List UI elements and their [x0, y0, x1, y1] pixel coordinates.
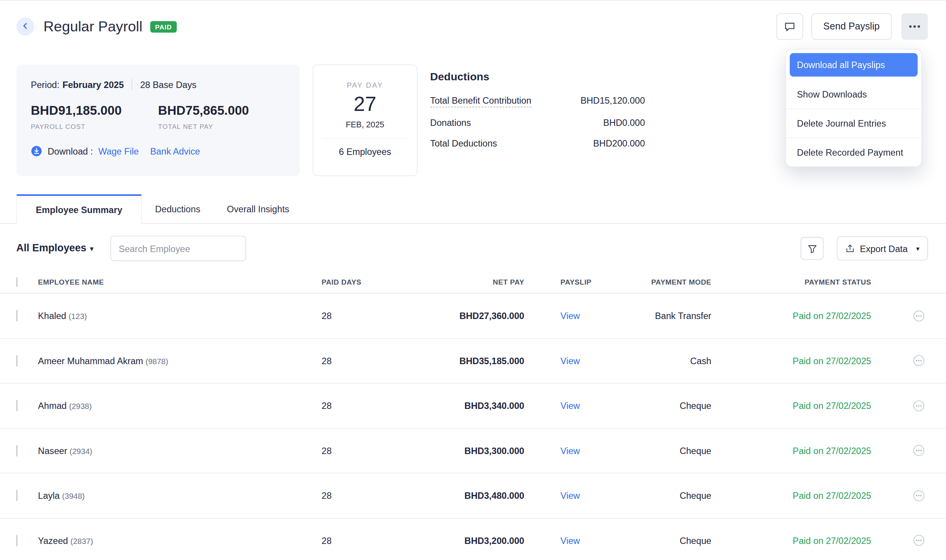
payment-status: Paid on 27/02/2025 — [711, 356, 871, 366]
total-net-pay-label: TOTAL NET PAY — [158, 123, 285, 130]
table-row: Khaled(123) 28 BHD27,360.000 View Bank T… — [0, 294, 946, 339]
payment-mode: Bank Transfer — [627, 311, 711, 321]
view-payslip-link[interactable]: View — [561, 490, 580, 501]
benefit-contribution-label[interactable]: Total Benefit Contribution — [430, 95, 531, 107]
tab-overall-insights[interactable]: Overall Insights — [214, 194, 302, 223]
bank-advice-link[interactable]: Bank Advice — [150, 146, 200, 156]
row-checkbox[interactable] — [16, 490, 18, 501]
pay-day-date: 27 — [321, 92, 408, 116]
view-payslip-link[interactable]: View — [561, 536, 580, 546]
filter-button[interactable] — [801, 237, 824, 260]
table-row: Ahmad(2938) 28 BHD3,340.000 View Cheque … — [0, 384, 946, 428]
tab-employee-summary[interactable]: Employee Summary — [16, 194, 142, 224]
tab-deductions[interactable]: Deductions — [142, 194, 214, 223]
col-payslip: PAYSLIP — [524, 278, 627, 286]
payroll-cost-label: PAYROLL COST — [31, 123, 158, 130]
employee-filter-label: All Employees — [16, 243, 86, 255]
row-menu-button[interactable] — [913, 310, 925, 322]
menu-item-delete-journal-entries[interactable]: Delete Journal Entries — [786, 109, 921, 138]
wage-file-link[interactable]: Wage File — [98, 146, 139, 156]
view-payslip-link[interactable]: View — [561, 356, 580, 366]
deductions-title: Deductions — [430, 70, 645, 83]
col-payment-status: PAYMENT STATUS — [711, 278, 871, 286]
employee-id: (9878) — [145, 357, 168, 366]
period-row: Period: February 2025 28 Base Days — [31, 79, 285, 90]
menu-item-show-downloads[interactable]: Show Downloads — [786, 80, 921, 109]
row-menu-button[interactable] — [913, 355, 925, 367]
back-button[interactable] — [16, 18, 34, 36]
table-row: Layla(3948) 28 BHD3,480.000 View Cheque … — [0, 474, 946, 518]
search-employee-input[interactable] — [119, 243, 239, 254]
row-checkbox[interactable] — [16, 355, 18, 366]
comment-button[interactable] — [776, 13, 802, 40]
net-pay: BHD3,480.000 — [388, 490, 524, 501]
table-row: Naseer(2934) 28 BHD3,300.000 View Cheque… — [0, 428, 946, 473]
paid-days: 28 — [321, 400, 388, 411]
net-pay: BHD27,360.000 — [388, 311, 524, 321]
deduction-row: Total Deductions BHD200.000 — [430, 138, 645, 148]
employee-filter-dropdown[interactable]: All Employees ▾ — [16, 243, 93, 255]
row-menu-button[interactable] — [913, 534, 925, 547]
send-payslip-button[interactable]: Send Payslip — [811, 13, 892, 40]
search-employee-select[interactable] — [110, 236, 246, 261]
row-checkbox[interactable] — [16, 445, 18, 456]
table-header-row: EMPLOYEE NAME PAID DAYS NET PAY PAYSLIP … — [0, 271, 946, 294]
page-header: Regular Payroll PAID Send Payslip — [0, 1, 946, 53]
menu-item-download-all-payslips[interactable]: Download all Payslips — [790, 53, 918, 77]
ellipsis-icon — [909, 25, 912, 28]
view-payslip-link[interactable]: View — [561, 446, 580, 456]
payment-mode: Cash — [627, 356, 711, 366]
payment-mode: Cheque — [627, 446, 711, 456]
payment-status: Paid on 27/02/2025 — [711, 490, 871, 501]
funnel-icon — [807, 243, 817, 254]
employee-name[interactable]: Ahmad — [38, 400, 67, 411]
employee-name[interactable]: Naseer — [38, 446, 67, 456]
pay-day-label: PAY DAY — [321, 81, 408, 89]
total-deductions-value: BHD200.000 — [593, 138, 645, 148]
employee-name[interactable]: Khaled — [38, 311, 66, 321]
pay-day-card: PAY DAY 27 FEB, 2025 6 Employees — [313, 65, 418, 176]
net-pay: BHD3,300.000 — [388, 446, 524, 456]
row-checkbox[interactable] — [16, 310, 18, 322]
employee-name[interactable]: Layla — [38, 490, 60, 501]
ellipsis-circle-icon — [913, 534, 925, 547]
employee-id: (123) — [69, 312, 87, 321]
employee-id: (2934) — [70, 447, 92, 456]
caret-down-icon: ▾ — [916, 244, 920, 252]
more-options-button[interactable] — [901, 13, 928, 40]
payroll-summary-card: Period: February 2025 28 Base Days BHD91… — [16, 65, 300, 176]
pay-day-month: FEB, 2025 — [321, 120, 408, 129]
payroll-cost-value: BHD91,185.000 — [31, 103, 158, 118]
view-payslip-link[interactable]: View — [561, 400, 580, 411]
ellipsis-circle-icon — [913, 355, 925, 367]
view-payslip-link[interactable]: View — [561, 311, 580, 321]
ellipsis-circle-icon — [913, 400, 925, 412]
payroll-detail-page: Regular Payroll PAID Send Payslip Downlo… — [0, 0, 946, 560]
payment-status: Paid on 27/02/2025 — [711, 311, 871, 321]
ellipsis-circle-icon — [913, 490, 925, 502]
row-menu-button[interactable] — [913, 444, 925, 457]
employee-id: (2938) — [69, 402, 92, 411]
row-menu-button[interactable] — [913, 490, 925, 502]
net-pay: BHD35,185.000 — [388, 356, 524, 366]
select-all-checkbox[interactable] — [16, 277, 18, 287]
export-data-button[interactable]: Export Data ▾ — [837, 236, 928, 260]
row-checkbox[interactable] — [16, 400, 18, 412]
menu-item-delete-recorded-payment[interactable]: Delete Recorded Payment — [786, 137, 921, 166]
employee-name[interactable]: Yazeed — [38, 536, 68, 546]
period-value: February 2025 — [62, 79, 124, 90]
download-label: Download : — [48, 146, 93, 156]
row-checkbox[interactable] — [16, 535, 18, 546]
donations-value: BHD0.000 — [603, 117, 645, 128]
paid-days: 28 — [321, 356, 388, 366]
row-menu-button[interactable] — [913, 400, 925, 412]
page-title: Regular Payroll — [44, 18, 143, 35]
employee-count: 6 Employees — [321, 147, 408, 157]
payment-status: Paid on 27/02/2025 — [711, 400, 871, 411]
net-pay: BHD3,200.000 — [388, 536, 524, 546]
net-pay: BHD3,340.000 — [388, 400, 524, 411]
employee-name[interactable]: Ameer Muhammad Akram — [38, 356, 143, 366]
payroll-cost-block: BHD91,185.000 PAYROLL COST — [31, 103, 158, 130]
status-badge: PAID — [150, 21, 177, 32]
ellipsis-circle-icon — [913, 444, 925, 457]
